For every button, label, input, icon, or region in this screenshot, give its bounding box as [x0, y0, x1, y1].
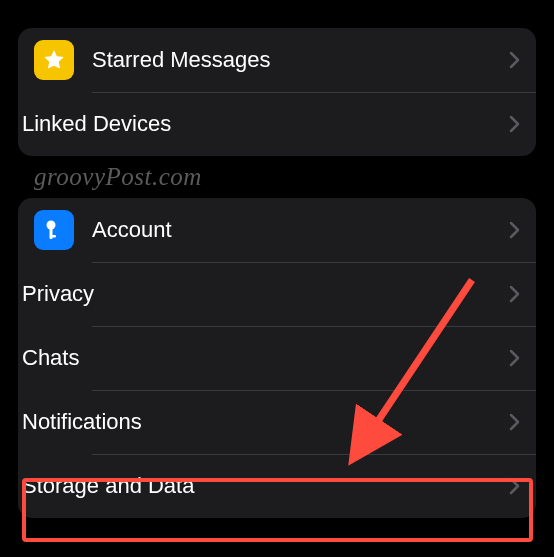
row-account[interactable]: Account [18, 198, 536, 262]
svg-rect-4 [51, 235, 56, 238]
row-storage-and-data[interactable]: Storage and Data [18, 454, 536, 518]
chevron-right-icon [509, 285, 520, 303]
row-label: Account [92, 217, 491, 243]
settings-section-2: Account Privacy Chats Notifications [18, 198, 536, 518]
row-label: Linked Devices [22, 111, 491, 137]
chevron-right-icon [509, 477, 520, 495]
watermark-text: groovyPost.com [34, 163, 202, 191]
chevron-right-icon [509, 115, 520, 133]
chevron-right-icon [509, 413, 520, 431]
chevron-right-icon [509, 221, 520, 239]
row-label: Notifications [22, 409, 491, 435]
row-notifications[interactable]: Notifications [18, 390, 536, 454]
chevron-right-icon [509, 51, 520, 69]
chevron-right-icon [509, 349, 520, 367]
row-chats[interactable]: Chats [18, 326, 536, 390]
key-icon [34, 210, 74, 250]
row-label: Privacy [22, 281, 491, 307]
row-label: Storage and Data [22, 473, 491, 499]
settings-section-1: Starred Messages Linked Devices [18, 28, 536, 156]
row-linked-devices[interactable]: Linked Devices [18, 92, 536, 156]
star-icon [34, 40, 74, 80]
row-label: Starred Messages [92, 47, 491, 73]
row-label: Chats [22, 345, 491, 371]
row-privacy[interactable]: Privacy [18, 262, 536, 326]
row-starred-messages[interactable]: Starred Messages [18, 28, 536, 92]
